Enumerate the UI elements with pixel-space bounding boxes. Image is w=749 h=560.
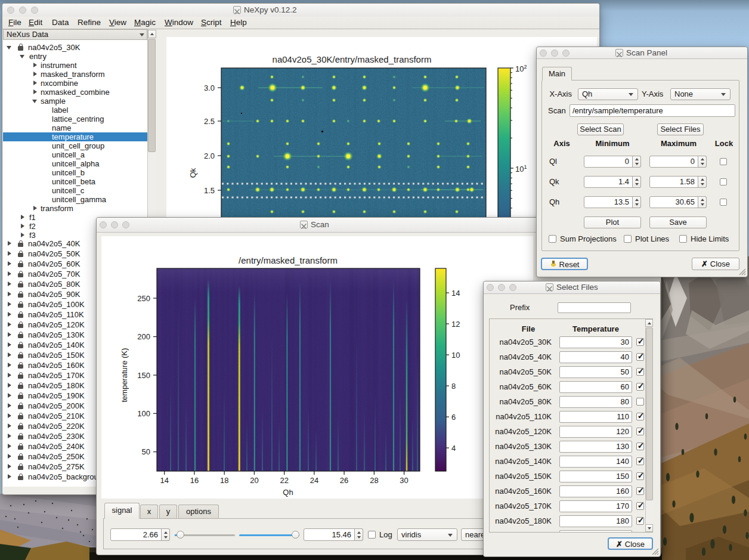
svg-text:18: 18 (220, 476, 228, 485)
svg-text:4: 4 (451, 444, 456, 453)
svg-text:10: 10 (451, 351, 460, 360)
svg-text:2.5: 2.5 (204, 117, 215, 126)
svg-text:26: 26 (340, 476, 348, 485)
svg-text:28: 28 (370, 476, 378, 485)
svg-text:150: 150 (137, 371, 150, 380)
svg-text:2.0: 2.0 (204, 151, 215, 160)
svg-text:22: 22 (280, 476, 288, 485)
svg-text:Qh: Qh (283, 488, 293, 497)
svg-text:8: 8 (451, 382, 456, 391)
svg-text:temperature (K): temperature (K) (120, 348, 129, 402)
svg-text:na04v2o5_30K/entry/masked_tran: na04v2o5_30K/entry/masked_transform (273, 54, 432, 64)
svg-text:16: 16 (190, 476, 199, 485)
svg-text:20: 20 (250, 476, 258, 485)
svg-text:102: 102 (515, 64, 527, 73)
svg-text:50: 50 (142, 447, 150, 456)
svg-text:1.5: 1.5 (204, 186, 215, 195)
svg-text:12: 12 (451, 320, 460, 329)
svg-text:6: 6 (451, 413, 456, 422)
svg-text:30: 30 (400, 476, 408, 485)
svg-text:200: 200 (137, 332, 150, 341)
svg-text:250: 250 (137, 294, 150, 303)
svg-text:/entry/masked_transform: /entry/masked_transform (239, 255, 338, 265)
svg-text:14: 14 (160, 476, 168, 485)
svg-text:14: 14 (451, 289, 460, 298)
svg-text:Qk: Qk (188, 168, 197, 178)
svg-text:100: 100 (137, 409, 150, 418)
svg-text:3.0: 3.0 (204, 83, 215, 92)
svg-text:24: 24 (310, 476, 318, 485)
svg-text:101: 101 (515, 164, 527, 174)
